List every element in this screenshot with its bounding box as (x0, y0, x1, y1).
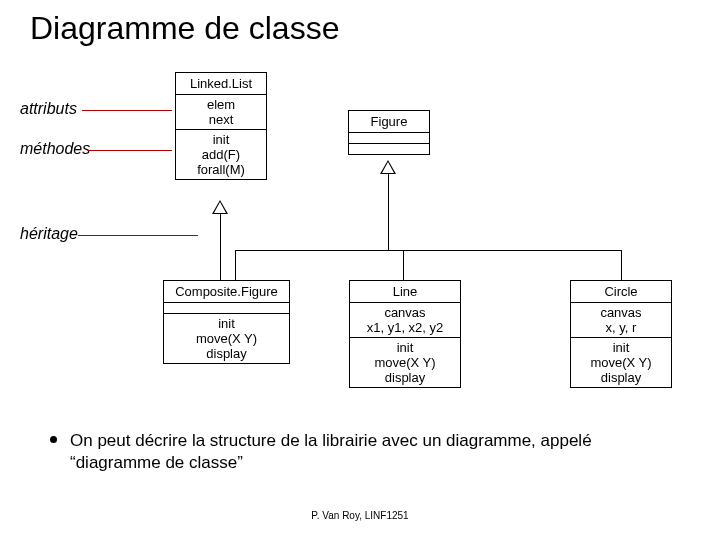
uml-circle-name: Circle (571, 281, 671, 302)
uml-figure-methods (349, 143, 429, 154)
uml-composite-name: Composite.Figure (164, 281, 289, 302)
page-title: Diagramme de classe (30, 10, 339, 47)
slide: Diagramme de classe attributs méthodes h… (0, 0, 720, 540)
connector-heritage (78, 235, 198, 236)
uml-linkedlist-attrs: elem next (176, 94, 266, 129)
uml-linkedlist-methods: init add(F) forall(M) (176, 129, 266, 179)
uml-line: Line canvas x1, y1, x2, y2 init move(X Y… (349, 280, 461, 388)
uml-line-name: Line (350, 281, 460, 302)
edge-figure-circle (621, 250, 622, 280)
inheritance-arrow-figure (380, 160, 396, 174)
uml-figure-name: Figure (349, 111, 429, 132)
bullet-icon (50, 436, 57, 443)
inheritance-arrow-linkedlist (212, 200, 228, 214)
label-heritage: héritage (20, 225, 78, 243)
uml-composite-attrs (164, 302, 289, 313)
label-attributs: attributs (20, 100, 77, 118)
footer-text: P. Van Roy, LINF1251 (0, 510, 720, 521)
label-methodes: méthodes (20, 140, 90, 158)
uml-circle-methods: init move(X Y) display (571, 337, 671, 387)
uml-circle-attrs: canvas x, y, r (571, 302, 671, 337)
uml-composite-methods: init move(X Y) display (164, 313, 289, 363)
uml-line-methods: init move(X Y) display (350, 337, 460, 387)
bullet-text-row: On peut décrire la structure de la libra… (70, 430, 670, 474)
connector-methodes (88, 150, 172, 151)
uml-linkedlist-name: Linked.List (176, 73, 266, 94)
uml-figure: Figure (348, 110, 430, 155)
uml-line-attrs: canvas x1, y1, x2, y2 (350, 302, 460, 337)
uml-composite: Composite.Figure init move(X Y) display (163, 280, 290, 364)
connector-attributs (82, 110, 172, 111)
uml-circle: Circle canvas x, y, r init move(X Y) dis… (570, 280, 672, 388)
uml-figure-attrs (349, 132, 429, 143)
bullet-text: On peut décrire la structure de la libra… (70, 431, 592, 472)
edge-figure-line (403, 250, 404, 280)
edge-linkedlist-composite (220, 214, 221, 280)
edge-figure-hbar (235, 250, 621, 251)
edge-figure-composite (235, 250, 236, 280)
edge-figure-vstem (388, 174, 389, 250)
uml-linkedlist: Linked.List elem next init add(F) forall… (175, 72, 267, 180)
